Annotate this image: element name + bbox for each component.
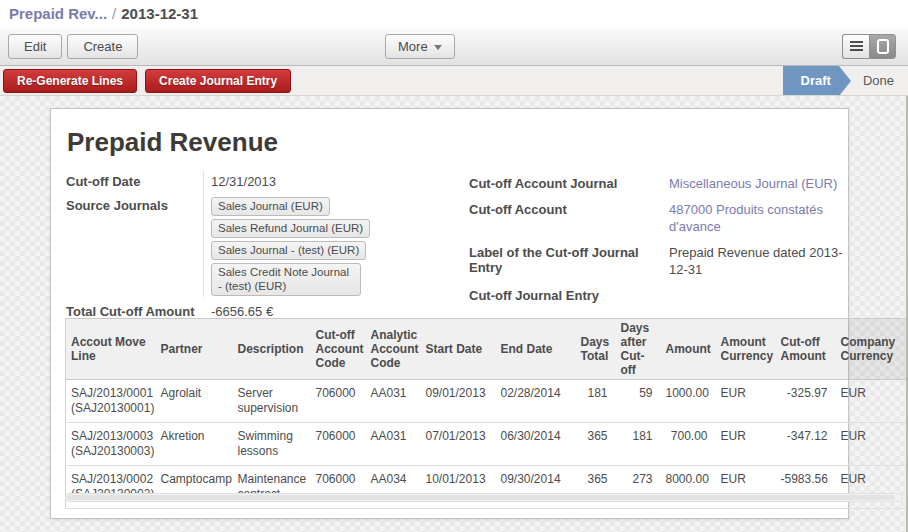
cell-end-date[interactable]: 06/30/2014: [496, 423, 576, 466]
breadcrumb-separator: /: [112, 5, 116, 22]
cell-days-after-cutoff[interactable]: 59: [616, 380, 661, 423]
source-journals-tags: Sales Journal (EUR) Sales Refund Journal…: [211, 197, 463, 296]
cell-description[interactable]: Maintenance contract: [233, 466, 311, 509]
chevron-down-icon: [434, 45, 442, 50]
cell-amount-currency[interactable]: EUR: [716, 466, 776, 509]
cell-cutoff-amount[interactable]: -347.12: [776, 423, 836, 466]
cell-analytic-account-code[interactable]: AA031: [366, 380, 421, 423]
more-dropdown-button[interactable]: More: [385, 34, 455, 59]
cell-amount-currency[interactable]: EUR: [716, 380, 776, 423]
col-start-date[interactable]: Start Date: [421, 319, 496, 380]
create-journal-entry-button[interactable]: Create Journal Entry: [145, 69, 291, 93]
journal-tag[interactable]: Sales Refund Journal (EUR): [211, 219, 370, 238]
main-content: Prepaid Revenue Cut-off Date 12/31/2013 …: [0, 96, 908, 532]
cutoff-lines-table: Accout Move Line Partner Description Cut…: [65, 318, 906, 509]
cell-amount-currency[interactable]: EUR: [716, 423, 776, 466]
cell-partner[interactable]: Camptocamp: [156, 466, 233, 509]
page-title: Prepaid Revenue: [67, 127, 848, 158]
col-partner[interactable]: Partner: [156, 319, 233, 380]
workflow-statusbar: Draft Done: [783, 66, 908, 95]
cell-cutoff-amount[interactable]: -325.97: [776, 380, 836, 423]
col-amount-currency[interactable]: Amount Currency: [716, 319, 776, 380]
cell-end-date[interactable]: 09/30/2014: [496, 466, 576, 509]
cell-days-total[interactable]: 365: [576, 423, 616, 466]
col-cutoff-account-code[interactable]: Cut-off Account Code: [311, 319, 366, 380]
col-days-after-cutoff[interactable]: Days after Cut-off: [616, 319, 661, 380]
col-cutoff-amount[interactable]: Cut-off Amount: [776, 319, 836, 380]
col-days-total[interactable]: Days Total: [576, 319, 616, 380]
label-of-cutoff-journal-entry-value: Prepaid Revenue dated 2013-12-31: [669, 244, 845, 278]
table-row[interactable]: SAJ/2013/0002 (SAJ20130002) Camptocamp M…: [66, 466, 906, 509]
cell-start-date[interactable]: 10/01/2013: [421, 466, 496, 509]
col-end-date[interactable]: End Date: [496, 319, 576, 380]
cell-cutoff-account-code[interactable]: 706000: [311, 423, 366, 466]
cutoff-journal-entry-label: Cut-off Journal Entry: [469, 287, 669, 303]
cell-cutoff-amount[interactable]: -5983.56: [776, 466, 836, 509]
list-view-button[interactable]: [842, 34, 869, 59]
label-of-cutoff-journal-entry-label: Label of the Cut-off Journal Entry: [469, 244, 669, 278]
cell-move-line[interactable]: SAJ/2013/0001 (SAJ20130001): [66, 380, 156, 423]
list-icon: [850, 41, 863, 51]
toolbar: Edit Create More: [0, 27, 908, 66]
cutoff-account-link[interactable]: 487000 Produits constatés d'avance: [669, 201, 845, 235]
cell-partner[interactable]: Akretion: [156, 423, 233, 466]
status-step-done[interactable]: Done: [853, 66, 908, 95]
cell-days-after-cutoff[interactable]: 181: [616, 423, 661, 466]
cell-move-line[interactable]: SAJ/2013/0003 (SAJ20130003): [66, 423, 156, 466]
edit-button[interactable]: Edit: [8, 34, 62, 59]
table-row[interactable]: SAJ/2013/0003 (SAJ20130003) Akretion Swi…: [66, 423, 906, 466]
cell-days-after-cutoff[interactable]: 273: [616, 466, 661, 509]
table-row[interactable]: SAJ/2013/0001 (SAJ20130001) Agrolait Ser…: [66, 380, 906, 423]
source-journals-value: Sales Journal (EUR) Sales Refund Journal…: [204, 197, 474, 296]
cell-description[interactable]: Swimming lessons: [233, 423, 311, 466]
journal-tag[interactable]: Sales Credit Note Journal - (test) (EUR): [211, 263, 361, 296]
horizontal-scrollbar[interactable]: [65, 493, 903, 502]
action-bar: Re-Generate Lines Create Journal Entry D…: [0, 66, 908, 96]
cell-amount[interactable]: 8000.00: [661, 466, 716, 509]
cell-company-currency[interactable]: EUR: [836, 423, 906, 466]
cell-cutoff-account-code[interactable]: 706000: [311, 380, 366, 423]
breadcrumb: Prepaid Rev... / 2013-12-31: [0, 0, 908, 27]
cutoff-journal-entry-value: [669, 287, 845, 303]
cutoff-account-journal-label: Cut-off Account Journal: [469, 175, 669, 192]
create-button[interactable]: Create: [67, 34, 138, 59]
cell-cutoff-account-code[interactable]: 706000: [311, 466, 366, 509]
journal-tag[interactable]: Sales Journal (EUR): [211, 197, 330, 216]
breadcrumb-current: 2013-12-31: [121, 5, 198, 22]
more-label: More: [398, 39, 428, 54]
cell-analytic-account-code[interactable]: AA034: [366, 466, 421, 509]
source-journals-label: Source Journals: [66, 197, 204, 296]
col-amount[interactable]: Amount: [661, 319, 716, 380]
cell-description[interactable]: Server supervision: [233, 380, 311, 423]
cell-company-currency[interactable]: EUR: [836, 380, 906, 423]
cell-amount[interactable]: 1000.00: [661, 380, 716, 423]
col-company-currency[interactable]: Company Currency: [836, 319, 906, 380]
table-header-row: Accout Move Line Partner Description Cut…: [66, 319, 906, 380]
cell-start-date[interactable]: 07/01/2013: [421, 423, 496, 466]
cell-company-currency[interactable]: EUR: [836, 466, 906, 509]
cell-start-date[interactable]: 09/01/2013: [421, 380, 496, 423]
odoo-window: Prepaid Rev... / 2013-12-31 Edit Create …: [0, 0, 908, 532]
regenerate-lines-button[interactable]: Re-Generate Lines: [3, 69, 137, 93]
view-switcher: [842, 34, 896, 59]
cell-partner[interactable]: Agrolait: [156, 380, 233, 423]
journal-tag[interactable]: Sales Journal - (test) (EUR): [211, 241, 366, 260]
cutoff-account-label: Cut-off Account: [469, 201, 669, 235]
status-step-draft[interactable]: Draft: [783, 66, 839, 95]
cell-analytic-account-code[interactable]: AA031: [366, 423, 421, 466]
col-account-move-line[interactable]: Accout Move Line: [66, 319, 156, 380]
cell-end-date[interactable]: 02/28/2014: [496, 380, 576, 423]
cell-move-line[interactable]: SAJ/2013/0002 (SAJ20130002): [66, 466, 156, 509]
form-icon: [877, 39, 889, 54]
cutoff-account-journal-link[interactable]: Miscellaneous Journal (EUR): [669, 175, 845, 192]
cell-days-total[interactable]: 181: [576, 380, 616, 423]
col-analytic-account-code[interactable]: Analytic Account Code: [366, 319, 421, 380]
cell-amount[interactable]: 700.00: [661, 423, 716, 466]
cutoff-date-label: Cut-off Date: [66, 173, 204, 190]
breadcrumb-parent-link[interactable]: Prepaid Rev...: [9, 5, 107, 22]
cutoff-date-value: 12/31/2013: [204, 173, 474, 190]
cell-days-total[interactable]: 365: [576, 466, 616, 509]
col-description[interactable]: Description: [233, 319, 311, 380]
scrollbar-thumb[interactable]: [67, 495, 895, 500]
form-view-button-active[interactable]: [869, 34, 896, 59]
